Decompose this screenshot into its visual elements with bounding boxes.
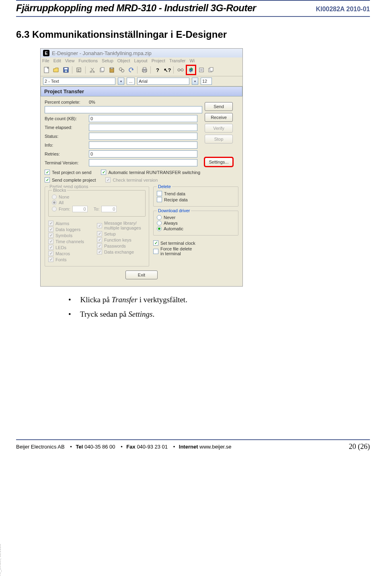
driver-group: Download driver Never Always Automatic	[153, 211, 238, 236]
dropdown-icon[interactable]: ▾	[192, 78, 198, 85]
receive-button[interactable]: Receive	[205, 113, 233, 122]
radio-never[interactable]: Never	[157, 215, 235, 220]
new-icon[interactable]	[42, 66, 51, 74]
radio-none: None	[52, 195, 142, 199]
menubar[interactable]: File Edit View Functions Setup Object La…	[41, 57, 242, 64]
send-button[interactable]: Send	[205, 102, 233, 111]
browse-button[interactable]: ...	[127, 78, 135, 85]
delete-group: Delete Trend data Recipe data	[153, 186, 238, 207]
block-combo[interactable]: 2 - Text	[43, 78, 115, 85]
undo-icon[interactable]	[127, 66, 136, 74]
menu-object[interactable]: Object	[117, 58, 130, 63]
set-clock-check[interactable]: ✓Set terminal clock	[153, 240, 238, 246]
menu-edit[interactable]: Edit	[53, 58, 61, 63]
doc-title: Fjärruppkoppling med MRD-310 - Industrie…	[16, 2, 256, 14]
svg-rect-2	[64, 68, 68, 70]
svg-rect-25	[210, 68, 213, 71]
status-value	[89, 133, 197, 140]
open-icon[interactable]	[52, 66, 61, 74]
exit-button[interactable]: Exit	[125, 270, 158, 279]
loggers-check: ✓Data loggers	[48, 227, 97, 232]
msglib-check: ✓ Message library/multiple languages	[97, 221, 146, 230]
percent-value: 0%	[89, 100, 105, 104]
progress-bar	[45, 106, 202, 113]
copy-icon[interactable]	[98, 66, 107, 74]
save-icon[interactable]	[62, 66, 70, 74]
page-number: 20 (26)	[349, 443, 370, 451]
find-icon[interactable]	[117, 66, 126, 74]
leds-check: ✓LEDs	[48, 245, 97, 250]
time-value	[89, 124, 197, 131]
symbols-check: ✓Symbols	[48, 233, 97, 238]
company-name: Beijer Electronics AB	[16, 444, 65, 450]
block-tool-icon[interactable]: E	[75, 66, 84, 74]
dex-check: ✓Data exchange	[97, 249, 146, 254]
instruction-list: Klicka på Transfer i verktygsfältet. Try…	[68, 295, 370, 319]
transfer-icon[interactable]	[186, 65, 196, 75]
separator-icon	[72, 66, 73, 74]
timech-check: ✓Time channels	[48, 239, 97, 244]
doc-list-icon[interactable]	[197, 66, 206, 74]
terminal-value	[89, 159, 197, 166]
retries-value: 0	[89, 150, 197, 158]
menu-layout[interactable]: Layout	[134, 58, 148, 63]
menu-transfer[interactable]: Transfer	[169, 58, 186, 63]
auto-run-check[interactable]: ✓Automatic terminal RUN/TRANSFER switchi…	[101, 170, 200, 175]
section-heading: 6.3 Kommunikationsinställningar i E-Desi…	[16, 29, 370, 40]
help-icon[interactable]: ?	[153, 66, 162, 74]
pwd-check: ✓Passwords	[97, 243, 146, 248]
context-help-icon[interactable]: ↖?	[163, 66, 172, 74]
menu-view[interactable]: View	[65, 58, 75, 63]
trend-check[interactable]: Trend data	[157, 191, 235, 196]
paste-icon[interactable]	[107, 66, 116, 74]
svg-point-17	[178, 69, 180, 71]
group-title: Delete	[157, 184, 172, 189]
menu-setup[interactable]: Setup	[102, 58, 113, 63]
dialog-body: Percent complete: 0% Byte count (KB): 0 …	[41, 96, 242, 286]
cut-icon[interactable]	[88, 66, 97, 74]
recipe-check[interactable]: Recipe data	[157, 197, 235, 202]
macros-check: ✓Macros	[48, 251, 97, 256]
alarms-check: ✓Alarms	[48, 221, 97, 226]
separator-icon	[137, 66, 138, 74]
info-value	[89, 141, 197, 149]
print-icon[interactable]	[140, 66, 149, 74]
glasses-icon[interactable]	[176, 66, 185, 74]
list-item: Tryck sedan på Settings.	[68, 310, 370, 319]
radio-auto[interactable]: Automatic	[157, 226, 235, 231]
test-send-check[interactable]: ✓Test project on send	[45, 170, 91, 175]
info-label: Info:	[45, 143, 89, 148]
byte-value: 0	[89, 115, 197, 122]
stop-button: Stop	[205, 135, 233, 143]
page-header: Fjärruppkoppling med MRD-310 - Industrie…	[16, 2, 370, 17]
dropdown-icon[interactable]: ▾	[118, 78, 124, 85]
to-input: 0	[101, 206, 117, 212]
partial-send-group: Partial send options Blocks None All Fro…	[45, 186, 149, 266]
font-size-field[interactable]: 12	[201, 78, 212, 85]
svg-rect-9	[101, 68, 104, 71]
page-footer: Beijer Electronics AB • Tel 040-35 86 00…	[16, 439, 370, 451]
menu-file[interactable]: File	[42, 58, 49, 63]
svg-point-13	[121, 70, 124, 72]
app-window: E E-Designer - Jonahan-Tankfyllning.mpa.…	[40, 48, 243, 287]
group-title: Download driver	[157, 208, 191, 213]
doc-id: KI00282A 2010-01	[316, 6, 370, 13]
separator-icon	[150, 66, 152, 74]
menu-project[interactable]: Project	[152, 58, 165, 63]
menu-windows[interactable]: Wi	[189, 58, 195, 63]
font-combo[interactable]: Arial	[137, 78, 189, 85]
percent-label: Percent complete:	[45, 100, 89, 104]
radio-always[interactable]: Always	[157, 221, 235, 225]
send-complete-check[interactable]: ✓Send complete project	[45, 177, 96, 182]
from-input: 0	[72, 206, 88, 212]
menu-functions[interactable]: Functions	[78, 58, 98, 63]
settings-button[interactable]: Settings...	[205, 158, 233, 166]
docs-icon[interactable]	[207, 66, 216, 74]
time-label: Time elapsed:	[45, 125, 89, 130]
radio-from: From: 0 To: 0	[52, 206, 142, 212]
svg-rect-3	[65, 70, 67, 72]
force-delete-check[interactable]: Force file deletein terminal	[153, 246, 238, 256]
check-version-check: ✓Check terminal version	[105, 177, 158, 182]
blocks-title: Blocks	[52, 188, 67, 193]
list-item: Klicka på Transfer i verktygsfältet.	[68, 295, 370, 304]
